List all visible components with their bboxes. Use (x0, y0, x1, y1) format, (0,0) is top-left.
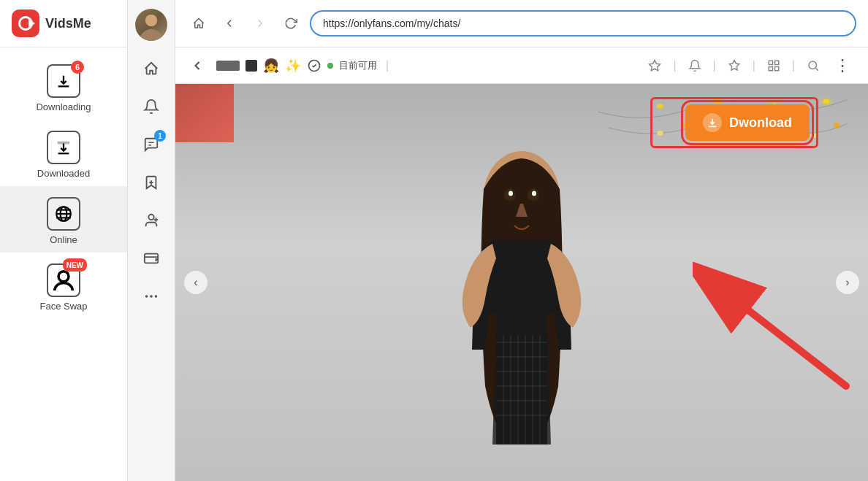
svg-point-35 (823, 99, 830, 104)
svg-marker-28 (650, 60, 660, 70)
search-action-icon[interactable] (807, 59, 820, 72)
grid-action-icon[interactable] (767, 59, 780, 72)
carousel-prev-button[interactable]: ‹ (184, 271, 208, 294)
available-text: 目前可用 (339, 59, 377, 72)
svg-point-49 (657, 131, 663, 136)
sidebar-profile-button[interactable] (135, 204, 167, 236)
url-input[interactable] (310, 10, 856, 36)
nav-item-downloading[interactable]: 6 Downloading (0, 53, 127, 120)
bell-action-icon[interactable] (688, 59, 701, 72)
face-swap-label: Face Swap (39, 301, 87, 312)
image-area: Dwonload (175, 84, 868, 481)
star-action-icon[interactable] (648, 59, 661, 72)
forward-nav-button[interactable] (248, 12, 272, 35)
content-photo: Dwonload (175, 84, 868, 481)
next-arrow-icon: › (845, 276, 849, 289)
avatar[interactable] (135, 9, 167, 41)
messages-badge: 1 (154, 130, 166, 142)
downloading-label: Downloading (36, 101, 91, 112)
nav-item-online[interactable]: Online (0, 186, 127, 253)
profile-thumb-1 (216, 61, 240, 71)
sidebar-home-button[interactable] (135, 53, 167, 85)
profile-thumb-2 (245, 60, 257, 72)
downloaded-label: Downloaded (37, 168, 90, 179)
svg-point-17 (148, 215, 153, 220)
forward-arrow-icon (254, 17, 267, 30)
online-status-dot (327, 63, 333, 69)
svg-rect-30 (774, 61, 778, 64)
red-corner-decoration (175, 84, 234, 142)
nav-items: 6 Downloading Downloaded (0, 47, 127, 319)
sidebar-card-button[interactable] (135, 242, 167, 274)
profile-icon (143, 212, 159, 228)
home-icon (143, 61, 159, 77)
online-icon-box (47, 197, 80, 231)
svg-point-25 (146, 296, 148, 297)
main-content: 👧 ✨ 目前可用 | | (175, 0, 868, 481)
downloading-badge: 6 (71, 61, 84, 74)
emoji-icon-2: ✨ (285, 58, 301, 74)
online-label: Online (50, 234, 77, 245)
downloaded-icon-wrap (46, 130, 81, 165)
svg-point-12 (145, 15, 157, 26)
refresh-nav-button[interactable] (279, 12, 302, 35)
app-name: VidsMe (45, 16, 91, 31)
downloaded-arrow-icon (56, 139, 72, 155)
emoji-icon-1: 👧 (263, 58, 279, 74)
page-content: 👧 ✨ 目前可用 | | (175, 47, 868, 481)
face-swap-icon-wrap: NEW (46, 263, 81, 298)
svg-line-61 (715, 284, 846, 386)
svg-point-43 (811, 133, 818, 138)
home-nav-button[interactable] (187, 12, 210, 35)
page-back-button[interactable] (187, 55, 208, 76)
svg-rect-29 (769, 61, 772, 64)
bell-icon (143, 99, 159, 115)
svg-point-56 (509, 191, 513, 196)
online-icon-wrap (46, 196, 81, 231)
avatar-image-icon (135, 9, 167, 41)
svg-rect-31 (769, 66, 772, 70)
face-swap-badge: NEW (63, 258, 87, 272)
svg-point-50 (821, 96, 833, 106)
svg-line-34 (815, 68, 818, 70)
prev-arrow-icon: ‹ (194, 276, 197, 289)
card-icon (143, 250, 159, 266)
page-tab-bar: 👧 ✨ 目前可用 | | (175, 47, 868, 84)
red-arrow-indicator (693, 262, 853, 393)
home-nav-icon (192, 17, 205, 30)
download-button[interactable]: Dwonload (685, 104, 810, 141)
svg-point-41 (657, 104, 663, 109)
svg-point-57 (532, 191, 536, 196)
svg-point-10 (58, 272, 69, 282)
svg-point-24 (151, 296, 152, 297)
verified-icon (307, 58, 321, 73)
download-circle-icon (703, 113, 722, 132)
sidebar-messages-button[interactable]: 1 (135, 128, 167, 161)
more-dots-icon: ⋮ (829, 56, 856, 74)
download-arrow-icon (56, 73, 72, 89)
more-dots-icon (143, 288, 159, 304)
sidebar-bell-button[interactable] (135, 91, 167, 123)
page-action-icons: | | | | (648, 59, 820, 72)
sidebar-more-button[interactable] (135, 280, 167, 312)
downloading-icon-wrap: 6 (46, 64, 81, 99)
downloaded-icon-box (47, 131, 80, 164)
carousel-next-button[interactable]: › (836, 271, 859, 294)
page-more-button[interactable]: ⋮ (829, 56, 856, 75)
svg-point-26 (156, 296, 157, 297)
app-header: VidsMe (0, 0, 127, 47)
back-nav-button[interactable] (218, 12, 241, 35)
person-figure (419, 131, 624, 481)
page-back-arrow-icon (190, 58, 205, 73)
download-arrow-btn-icon (707, 117, 718, 128)
svg-rect-32 (774, 66, 778, 70)
nav-item-face-swap[interactable]: NEW Face Swap (0, 253, 127, 319)
back-arrow-icon (223, 17, 236, 30)
pin-action-icon[interactable] (728, 59, 741, 72)
page-icons-area: 👧 ✨ 目前可用 | (216, 58, 639, 74)
content-browser: 👧 ✨ 目前可用 | | (175, 47, 868, 481)
refresh-icon (284, 17, 297, 30)
sidebar-bookmark-button[interactable] (135, 166, 167, 199)
nav-item-downloaded[interactable]: Downloaded (0, 120, 127, 186)
app-sidebar: VidsMe 6 Downloading (0, 0, 128, 481)
